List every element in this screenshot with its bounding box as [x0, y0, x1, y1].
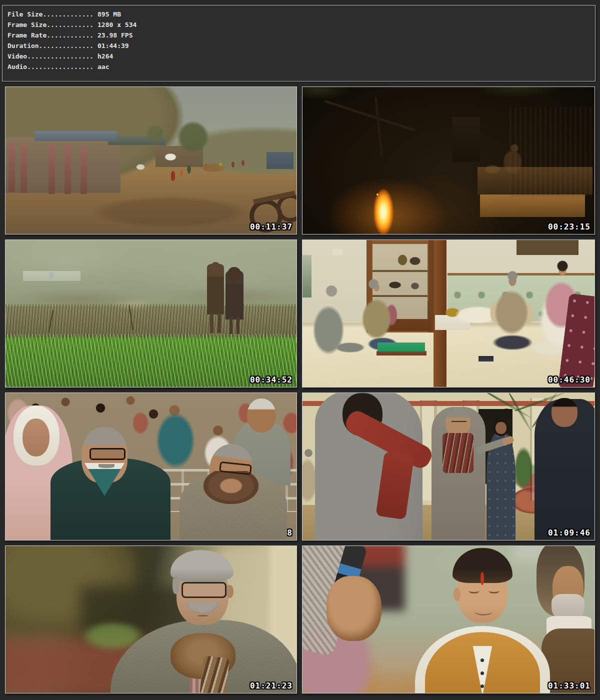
- media-info-panel: File Size............. 895 MB Frame Size…: [2, 5, 596, 82]
- scene-night-campfire: [302, 87, 594, 234]
- boy-figure: [207, 264, 224, 334]
- info-row-duration: Duration.............. 01:44:39: [8, 40, 595, 51]
- ear: [454, 588, 460, 601]
- info-row-video: Video................. h264: [8, 51, 595, 62]
- info-row-audio: Audio................. aac: [8, 62, 595, 72]
- scene-crop-field-kids: [6, 240, 296, 387]
- screenshot-cell-4: 00:46:30: [302, 240, 595, 388]
- screenshot-cell-3: 00:34:52: [5, 240, 297, 388]
- info-row-frame-size: Frame Size............ 1280 x 534: [8, 20, 595, 30]
- scene-living-room-meeting: [302, 240, 594, 387]
- elderly-man-figure: [432, 407, 486, 540]
- wood-beam: [324, 100, 416, 132]
- glasses: [90, 448, 126, 460]
- screenshot-cell-7: 01:21:23: [5, 546, 297, 694]
- wood-post: [374, 97, 384, 157]
- timestamp-overlay: 01:21:23: [250, 681, 292, 690]
- tweed-scarf-man-figure: [180, 473, 287, 540]
- mouth: [198, 615, 208, 616]
- timestamp-overlay: 00:23:15: [548, 222, 590, 232]
- moustache: [98, 464, 114, 468]
- screenshot-cell-8: 01:33:01: [302, 546, 595, 694]
- info-row-frame-rate: Frame Rate............ 23.98 FPS: [8, 30, 595, 40]
- clasped-hands: [326, 576, 382, 641]
- boy-figure: [226, 271, 244, 336]
- timestamp-overlay: 01:09:46: [548, 528, 590, 538]
- scarf-end: [200, 656, 230, 693]
- closed-eye: [488, 588, 500, 594]
- closed-eye: [468, 588, 480, 594]
- screenshot-cell-6: 01:09:46: [302, 392, 595, 540]
- screenshot-cell-1: 00:11:37: [5, 86, 297, 234]
- screenshot-grid: 00:11:37 00:23:15 00:34:52 00:46:30: [5, 86, 595, 694]
- timestamp-overlay: 00:34:52: [250, 375, 292, 384]
- red-tilak: [480, 572, 484, 585]
- bamboo-wall: [510, 107, 594, 197]
- info-row-file-size: File Size............. 895 MB: [8, 9, 595, 20]
- screenshot-cell-5: 00:58:08: [5, 392, 297, 540]
- suit-man-figure: [50, 458, 170, 540]
- sideburn: [172, 576, 180, 594]
- guard-figure: [534, 399, 594, 540]
- scene-courtyard-confrontation: [302, 393, 594, 540]
- scene-village-street: [6, 87, 296, 234]
- scene-audience: [6, 393, 296, 540]
- smile: [474, 608, 492, 616]
- timestamp-overlay: 00:11:37: [250, 222, 292, 232]
- timestamp-overlay: 01:33:01: [548, 681, 590, 690]
- screenshot-cell-2: 00:23:15: [302, 86, 595, 234]
- palm-frond: [508, 393, 532, 432]
- scene-microphone-smiling-man: [302, 546, 594, 693]
- vest-buttons: [480, 684, 484, 688]
- ear: [226, 585, 234, 598]
- glasses: [452, 417, 466, 422]
- scene-old-man-portrait: [6, 546, 296, 693]
- timestamp-overlay: 00:46:30: [548, 375, 590, 384]
- patterned-fabric: [558, 293, 594, 387]
- glasses: [182, 582, 226, 598]
